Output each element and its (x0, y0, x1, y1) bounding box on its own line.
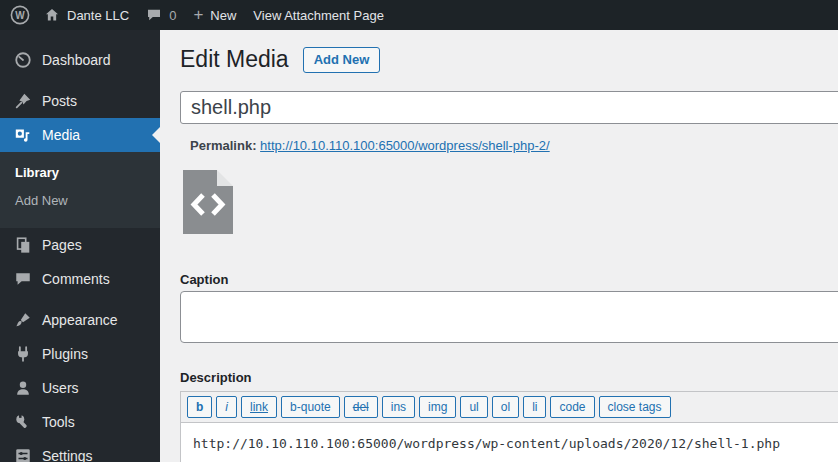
sidebar-item-plugins[interactable]: Plugins (0, 337, 160, 371)
permalink-label: Permalink: (190, 138, 256, 153)
submenu-item-add-new[interactable]: Add New (0, 186, 160, 214)
quicktag-ol-button[interactable]: ol (492, 396, 519, 418)
sidebar-item-label: Tools (42, 414, 75, 430)
submenu-item-label: Library (15, 165, 59, 180)
home-icon (44, 7, 60, 23)
sidebar-item-label: Comments (42, 271, 110, 287)
comments-menu[interactable]: 0 (146, 7, 176, 23)
description-textarea[interactable]: http://10.10.110.100:65000/wordpress/wp-… (181, 423, 838, 462)
pushpin-icon (13, 91, 33, 111)
sidebar-item-tools[interactable]: Tools (0, 405, 160, 439)
wordpress-logo-icon: W (10, 5, 30, 25)
user-icon (13, 378, 33, 398)
quicktag-bquote-button[interactable]: b-quote (281, 396, 340, 418)
add-new-button[interactable]: Add New (303, 47, 381, 73)
admin-sidebar: Dashboard Posts Media Library Add New (0, 30, 160, 462)
wordpress-logo-menu[interactable]: W (10, 5, 30, 25)
quicktag-link-button[interactable]: link (241, 396, 277, 418)
permalink-row: Permalink: http://10.10.110.100:65000/wo… (180, 138, 838, 153)
sidebar-item-pages[interactable]: Pages (0, 228, 160, 262)
sidebar-item-label: Dashboard (42, 52, 111, 68)
paintbrush-icon (13, 310, 33, 330)
edit-media-page: Edit Media Add New Permalink: http://10.… (160, 30, 838, 462)
site-name-menu[interactable]: Dante LLC (44, 7, 129, 23)
view-attachment-page-label: View Attachment Page (253, 8, 384, 23)
code-file-icon (183, 170, 233, 234)
sidebar-item-label: Users (42, 380, 79, 396)
plug-icon (13, 344, 33, 364)
dashboard-icon (13, 50, 33, 70)
media-icon (13, 125, 33, 145)
comment-bubble-icon (146, 7, 162, 23)
admin-bar: W Dante LLC 0 + New View Attachment Page (0, 0, 838, 30)
description-editor: b i link b-quote del ins img ul ol li co… (180, 391, 838, 462)
sidebar-item-comments[interactable]: Comments (0, 262, 160, 296)
quicktag-bold-button[interactable]: b (187, 396, 212, 418)
comments-count: 0 (169, 8, 176, 23)
sidebar-item-label: Pages (42, 237, 82, 253)
quicktag-li-button[interactable]: li (523, 396, 546, 418)
sidebar-item-dashboard[interactable]: Dashboard (0, 43, 160, 77)
sidebar-item-posts[interactable]: Posts (0, 84, 160, 118)
sidebar-item-media[interactable]: Media (0, 118, 160, 152)
submenu-item-library[interactable]: Library (0, 158, 160, 186)
submenu-item-label: Add New (15, 193, 68, 208)
pages-icon (13, 235, 33, 255)
quicktag-italic-button[interactable]: i (216, 396, 237, 418)
settings-icon (13, 446, 33, 462)
quicktag-close-tags-button[interactable]: close tags (599, 396, 671, 418)
sidebar-item-label: Settings (42, 448, 93, 462)
sidebar-item-label: Plugins (42, 346, 88, 362)
new-label: New (210, 8, 236, 23)
caption-textarea[interactable] (180, 291, 838, 343)
quicktag-img-button[interactable]: img (419, 396, 456, 418)
caption-label: Caption (180, 272, 838, 287)
comments-icon (13, 269, 33, 289)
wrench-icon (13, 412, 33, 432)
new-menu[interactable]: + New (193, 8, 236, 23)
quicktags-toolbar: b i link b-quote del ins img ul ol li co… (181, 392, 838, 423)
view-attachment-page-link[interactable]: View Attachment Page (253, 8, 384, 23)
page-title: Edit Media (180, 45, 289, 75)
plus-icon: + (193, 6, 203, 23)
description-label: Description (180, 370, 838, 385)
media-title-input[interactable] (180, 91, 838, 124)
sidebar-item-appearance[interactable]: Appearance (0, 303, 160, 337)
sidebar-item-users[interactable]: Users (0, 371, 160, 405)
sidebar-item-label: Posts (42, 93, 77, 109)
svg-text:W: W (15, 10, 25, 21)
permalink-link[interactable]: http://10.10.110.100:65000/wordpress/she… (260, 138, 550, 153)
quicktag-del-button[interactable]: del (344, 396, 378, 418)
quicktag-ul-button[interactable]: ul (460, 396, 487, 418)
sidebar-item-label: Appearance (42, 312, 118, 328)
menu-separator (0, 296, 160, 303)
quicktag-ins-button[interactable]: ins (382, 396, 415, 418)
quicktag-code-button[interactable]: code (550, 396, 594, 418)
media-submenu: Library Add New (0, 152, 160, 228)
menu-separator (0, 77, 160, 84)
sidebar-item-settings[interactable]: Settings (0, 439, 160, 462)
sidebar-item-label: Media (42, 127, 80, 143)
site-name-label: Dante LLC (67, 8, 129, 23)
